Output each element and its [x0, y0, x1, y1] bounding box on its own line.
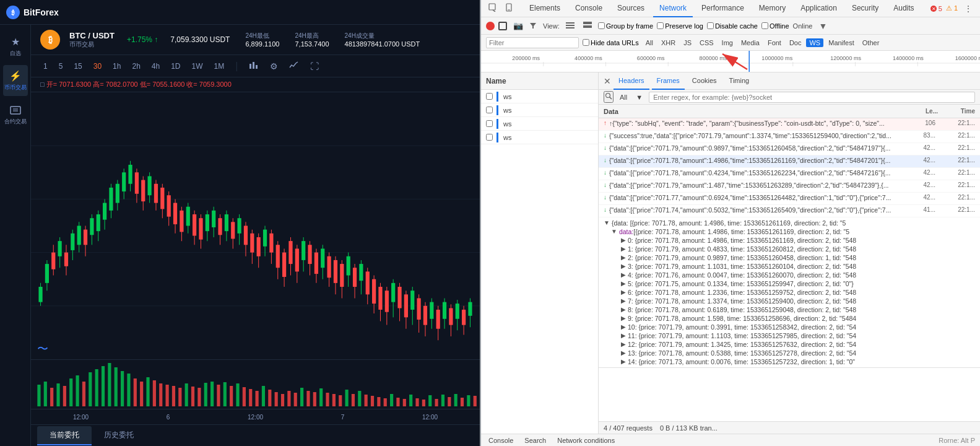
tree-item-14-toggle[interactable]: ▶ — [621, 358, 626, 365]
name-item-ws-4[interactable]: ws — [481, 131, 598, 144]
tab-sources[interactable]: Sources — [611, 0, 651, 17]
tab-history-orders[interactable]: 历史委托 — [92, 426, 146, 445]
filter-input[interactable] — [486, 37, 579, 48]
tab-elements[interactable]: Elements — [523, 0, 566, 17]
data-row-3[interactable]: ↓ {"data":[{"price":7071.78,"amount":1.4… — [599, 155, 980, 168]
detail-tab-timing[interactable]: Timing — [724, 72, 755, 90]
view-list-btn[interactable] — [563, 20, 577, 32]
stop-btn[interactable] — [498, 22, 507, 30]
tree-item-7-toggle[interactable]: ▶ — [621, 297, 626, 304]
tab-network[interactable]: Network — [653, 0, 693, 17]
preserve-log-checkbox[interactable] — [657, 22, 664, 29]
time-btn-1h[interactable]: 1h — [110, 61, 124, 72]
hide-data-urls-label[interactable]: Hide data URLs — [583, 39, 639, 46]
tree-item-12[interactable]: ▶ 12: {price: 7071.79, amount: 1.3425, t… — [599, 340, 980, 349]
tree-item-3-toggle[interactable]: ▶ — [621, 263, 626, 269]
data-row-2[interactable]: ↓ {"data":[{"price":7071.79,"amount":0.9… — [599, 143, 980, 155]
filter-btn-xhr[interactable]: XHR — [658, 38, 679, 47]
time-btn-5[interactable]: 5 — [56, 61, 66, 72]
time-btn-30[interactable]: 30 — [90, 61, 105, 72]
indicators-btn[interactable] — [286, 59, 302, 73]
filter-btn-media[interactable]: Media — [738, 38, 763, 47]
filter-btn-manifest[interactable]: Manifest — [825, 38, 857, 47]
tree-item-10[interactable]: ▶ 10: {price: 7071.79, amount: 0.3991, t… — [599, 323, 980, 331]
ws-checkbox-4[interactable] — [486, 134, 493, 141]
detail-tab-headers[interactable]: Headers — [614, 72, 649, 90]
hide-data-urls-checkbox[interactable] — [583, 39, 589, 46]
tab-memory[interactable]: Memory — [753, 0, 792, 17]
group-frame-label[interactable]: Group by frame — [598, 22, 653, 30]
tree-item-14[interactable]: ▶ 14: {price: 7071.73, amount: 0.0076, t… — [599, 357, 980, 366]
disable-cache-label[interactable]: Disable cache — [707, 22, 758, 30]
filter-btn-doc[interactable]: Doc — [786, 38, 805, 47]
ws-checkbox-1[interactable] — [486, 93, 493, 100]
filter-btn-img[interactable]: Img — [719, 38, 736, 47]
data-row-0[interactable]: ↑ ↑{"type": "subHq", "event": "trade", "… — [599, 118, 980, 131]
disable-cache-checkbox[interactable] — [707, 22, 714, 29]
tab-performance[interactable]: Performance — [695, 0, 750, 17]
tree-item-11-toggle[interactable]: ▶ — [621, 332, 626, 339]
time-btn-15[interactable]: 15 — [71, 61, 85, 72]
sidebar-item-spot[interactable]: ⚡ 币币交易 — [3, 65, 28, 96]
time-btn-1w[interactable]: 1W — [189, 61, 206, 72]
filter-btn-font[interactable]: Font — [765, 38, 784, 47]
inspect-element-btn[interactable] — [486, 2, 500, 15]
filter-btn-ws[interactable]: WS — [806, 38, 823, 47]
time-btn-1[interactable]: 1 — [40, 61, 51, 72]
tree-item-13[interactable]: ▶ 13: {price: 7071.78, amount: 0.5388, t… — [599, 349, 980, 357]
ws-checkbox-2[interactable] — [486, 107, 493, 113]
filter-btn-all[interactable]: All — [643, 38, 656, 47]
tree-item-8-toggle[interactable]: ▶ — [621, 306, 626, 313]
time-btn-1d[interactable]: 1D — [168, 61, 183, 72]
device-toolbar-btn[interactable] — [502, 2, 516, 15]
tree-item-6[interactable]: ▶ 6: {price: 7071.78, amount: 1.2336, ti… — [599, 288, 980, 297]
chart-type-btn[interactable] — [246, 59, 262, 73]
frames-search-input[interactable] — [649, 92, 975, 103]
camera-btn[interactable]: 📷 — [511, 20, 526, 32]
data-row-6[interactable]: ↓ {"data":[{"price":7071.77,"amount":0.6… — [599, 193, 980, 205]
tree-item-2[interactable]: ▶ 2: {price: 7071.79, amount: 0.9897, ti… — [599, 253, 980, 262]
frames-all-btn[interactable]: All — [617, 93, 630, 102]
name-item-ws-1[interactable]: ws — [481, 90, 598, 103]
tree-item-9[interactable]: ▶ 9: {price: 7071.78, amount: 1.598, tim… — [599, 314, 980, 323]
time-btn-1m[interactable]: 1M — [211, 61, 228, 72]
filter-btn-other[interactable]: Other — [859, 38, 883, 47]
time-btn-2h[interactable]: 2h — [129, 61, 143, 72]
sidebar-item-futures[interactable]: 合约交易 — [3, 99, 28, 130]
time-btn-4h[interactable]: 4h — [149, 61, 163, 72]
data-row-4[interactable]: ↓ {"data":[{"price":7071.78,"amount":0.4… — [599, 168, 980, 180]
tab-console[interactable]: Console — [569, 0, 609, 17]
offline-label[interactable]: Offline — [761, 22, 789, 30]
frames-filter-icon[interactable] — [604, 91, 614, 103]
close-btn[interactable]: ✕ — [604, 76, 611, 86]
name-item-ws-3[interactable]: ws — [481, 117, 598, 131]
tree-item-10-toggle[interactable]: ▶ — [621, 323, 626, 330]
tree-item-7[interactable]: ▶ 7: {price: 7071.78, amount: 1.3374, ti… — [599, 297, 980, 305]
tree-item-12-toggle[interactable]: ▶ — [621, 341, 626, 348]
tree-item-1-toggle[interactable]: ▶ — [621, 245, 626, 252]
tree-item-0-toggle[interactable]: ▶ — [621, 237, 626, 243]
tab-audits[interactable]: Audits — [887, 0, 920, 17]
filter-btn-js[interactable]: JS — [680, 38, 695, 47]
tree-item-8[interactable]: ▶ 8: {price: 7071.78, amount: 0.6189, ti… — [599, 305, 980, 314]
bottom-search-btn[interactable]: Search — [522, 437, 549, 444]
tree-item-2-toggle[interactable]: ▶ — [621, 254, 626, 261]
tree-item-6-toggle[interactable]: ▶ — [621, 289, 626, 295]
data-row-5[interactable]: ↓ {"data":[{"price":7071.79,"amount":1.4… — [599, 180, 980, 193]
fullscreen-btn[interactable]: ⛶ — [307, 60, 322, 72]
network-settings-btn[interactable]: ▼ — [816, 20, 830, 32]
view-large-btn[interactable] — [581, 20, 594, 32]
record-btn[interactable] — [486, 22, 495, 30]
tree-item-5[interactable]: ▶ 5: {price: 7071.75, amount: 0.1334, ti… — [599, 279, 980, 288]
tree-item-9-toggle[interactable]: ▶ — [621, 315, 626, 321]
offline-checkbox[interactable] — [761, 22, 768, 29]
bottom-console-btn[interactable]: Console — [486, 437, 516, 444]
tree-item-13-toggle[interactable]: ▶ — [621, 349, 626, 356]
tree-data-toggle[interactable]: ▼ — [611, 228, 617, 235]
group-frame-checkbox[interactable] — [598, 22, 605, 29]
ws-checkbox-3[interactable] — [486, 120, 493, 127]
tree-item-4[interactable]: ▶ 4: {price: 7071.76, amount: 0.0047, ti… — [599, 271, 980, 279]
more-options-btn[interactable]: ⋮ — [961, 2, 975, 15]
sidebar-item-favorites[interactable]: ★ 自选 — [3, 31, 28, 62]
frames-dropdown-btn[interactable]: ▼ — [633, 93, 645, 102]
